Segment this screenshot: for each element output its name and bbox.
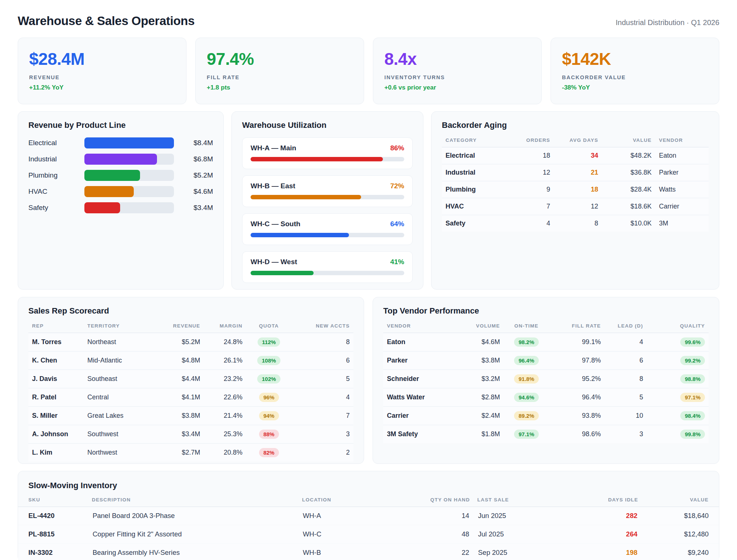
warehouse-name: WH-B — East — [251, 182, 295, 190]
bar-track — [84, 186, 174, 197]
column-header: VALUE — [602, 137, 655, 147]
table-cell: 99.1% — [549, 333, 604, 351]
table-cell: L. Kim — [28, 444, 84, 462]
progress-fill — [251, 233, 349, 237]
table-header: REPTERRITORYREVENUEMARGINQUOTANEW ACCTS — [28, 323, 353, 333]
table-cell: Southeast — [84, 370, 155, 388]
bar-track — [84, 154, 174, 165]
table-cell: Copper Fitting Kit 2" Assorted — [88, 525, 298, 543]
warehouse-card: WH-B — East 72% — [242, 175, 413, 207]
table-cell: 10 — [604, 407, 647, 425]
table-cell: 96.4% — [549, 388, 604, 407]
table-body: M. TorresNortheast$5.2M24.8%112%8K. Chen… — [28, 333, 353, 462]
column-header: VENDOR — [383, 323, 455, 333]
table-cell: 88% — [246, 425, 291, 444]
bar-fill — [84, 202, 120, 213]
table-cell: Parker — [655, 164, 709, 181]
column-header: LAST SALE — [474, 497, 558, 507]
column-header: CATEGORY — [442, 137, 511, 147]
column-header: QUALITY — [647, 323, 709, 333]
column-header: REVENUE — [155, 323, 204, 333]
table-header: SKUDESCRIPTIONLOCATIONQTY ON HANDLAST SA… — [18, 497, 719, 507]
warehouse-percent: 41% — [390, 258, 404, 266]
column-header: NEW ACCTS — [291, 323, 353, 333]
panel-title: Revenue by Product Line — [28, 120, 213, 130]
table-cell: Panel Board 200A 3-Phase — [88, 507, 298, 525]
kpi-row: $28.4M REVENUE +11.2% YoY 97.4% FILL RAT… — [18, 38, 719, 104]
kpi-card-backorder-value: $142K BACKORDER VALUE -38% YoY — [551, 38, 719, 104]
sales-rep-table: REPTERRITORYREVENUEMARGINQUOTANEW ACCTS … — [28, 323, 353, 462]
status-pill: 94% — [259, 411, 279, 420]
table-row: R. PatelCentral$4.1M22.6%96%4 — [28, 388, 353, 407]
table-cell: Carrier — [383, 407, 455, 425]
table-cell: Central — [84, 388, 155, 407]
kpi-label: FILL RATE — [207, 74, 353, 80]
table-cell: $4.8M — [155, 351, 204, 370]
table-cell: $4.1M — [155, 388, 204, 407]
table-cell: 264 — [558, 525, 642, 543]
kpi-delta: +1.8 pts — [207, 84, 353, 91]
column-header: ON-TIME — [504, 323, 549, 333]
warehouse-name: WH-A — Main — [251, 144, 296, 152]
table-row: Industrial1221$36.8KParker — [442, 164, 709, 181]
column-header: DESCRIPTION — [88, 497, 298, 507]
table-cell: Jul 2025 — [474, 525, 558, 543]
kpi-delta: +11.2% YoY — [29, 84, 175, 91]
table-row: Electrical1834$48.2KEaton — [442, 147, 709, 164]
table-cell: 5 — [291, 370, 353, 388]
progress-fill — [251, 157, 383, 161]
table-cell: 6 — [604, 351, 647, 370]
value-label: $8.4M — [174, 139, 213, 147]
category-label: Industrial — [28, 155, 84, 163]
table-row: J. DavisSoutheast$4.4M23.2%102%5 — [28, 370, 353, 388]
table-cell: 94.6% — [504, 388, 549, 407]
column-header: VENDOR — [655, 137, 709, 147]
table-cell: Bearing Assembly HV-Series — [88, 543, 298, 560]
warehouse-name: WH-C — South — [251, 220, 300, 228]
table-cell: 108% — [246, 351, 291, 370]
table-cell: 25.3% — [204, 425, 246, 444]
warehouse-percent: 72% — [390, 182, 404, 190]
table-cell: $3.2M — [455, 370, 503, 388]
panel-slow-moving-inventory: Slow-Moving Inventory SKUDESCRIPTIONLOCA… — [18, 471, 719, 560]
progress-track — [251, 157, 404, 161]
bar-fill — [84, 137, 174, 148]
table-row: Watts Water$2.8M94.6%96.4%597.1% — [383, 388, 709, 407]
value-label: $3.4M — [174, 204, 213, 212]
table-cell: 102% — [246, 370, 291, 388]
table-row: Carrier$2.4M89.2%93.8%1098.4% — [383, 407, 709, 425]
table-cell: 6 — [291, 351, 353, 370]
table-cell: PL-8815 — [18, 525, 88, 543]
table-cell: M. Torres — [28, 333, 84, 351]
table-cell: 7 — [511, 198, 554, 215]
table-row: IN-3302Bearing Assembly HV-SeriesWH-B22S… — [18, 543, 719, 560]
bar-track — [84, 137, 174, 148]
table-cell: 97.8% — [549, 351, 604, 370]
table-cell: $3.8M — [155, 407, 204, 425]
table-row: Parker$3.8M96.4%97.8%699.2% — [383, 351, 709, 370]
table-cell: $18.6K — [602, 198, 655, 215]
panel-revenue-by-product-line: Revenue by Product Line Electrical $8.4M… — [18, 111, 224, 290]
table-cell: 22 — [404, 543, 474, 560]
table-cell: 12 — [554, 198, 602, 215]
value-label: $6.8M — [174, 155, 213, 163]
table-cell: $2.8M — [455, 388, 503, 407]
status-pill: 99.6% — [680, 337, 705, 347]
table-cell: 8 — [604, 370, 647, 388]
tables-row: Sales Rep Scorecard REPTERRITORYREVENUEM… — [18, 297, 719, 464]
column-header: DAYS IDLE — [558, 497, 642, 507]
warehouse-card-header: WH-A — Main 86% — [251, 144, 404, 152]
table-cell: $4.4M — [155, 370, 204, 388]
status-pill: 108% — [257, 356, 280, 365]
panel-backorder-aging: Backorder Aging CATEGORYORDERSAVG DAYSVA… — [431, 111, 719, 290]
table-cell: Mid-Atlantic — [84, 351, 155, 370]
table-cell: S. Miller — [28, 407, 84, 425]
table-cell: 97.1% — [647, 388, 709, 407]
table-cell: 97.1% — [504, 425, 549, 444]
status-pill: 91.8% — [514, 374, 539, 384]
status-pill: 89.2% — [514, 411, 539, 420]
table-cell: J. Davis — [28, 370, 84, 388]
warehouse-percent: 86% — [390, 144, 404, 152]
table-cell: Northeast — [84, 333, 155, 351]
table-row: PL-8815Copper Fitting Kit 2" AssortedWH-… — [18, 525, 719, 543]
